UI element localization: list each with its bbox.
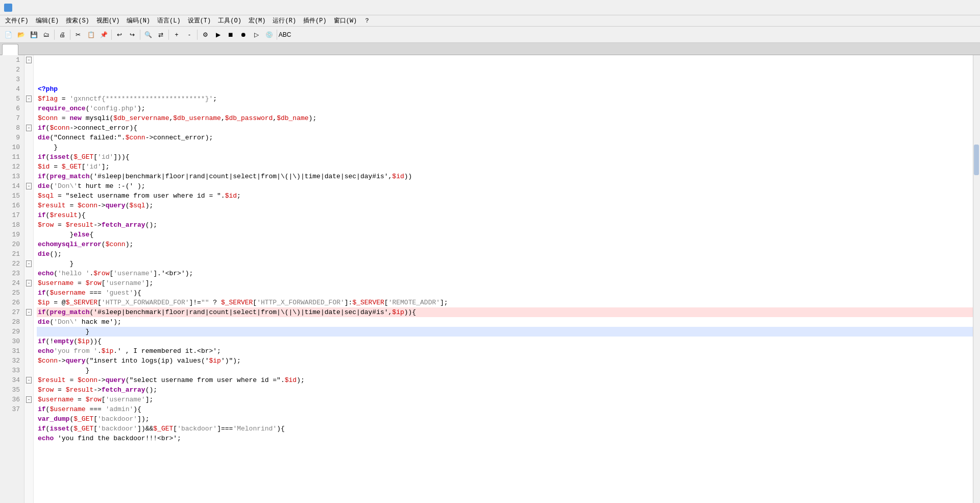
line-number: 5 bbox=[2, 94, 20, 104]
toolbar-copy-button[interactable]: 📋 bbox=[85, 29, 97, 41]
scrollbar-thumb[interactable] bbox=[974, 145, 979, 175]
fold-marker bbox=[24, 288, 33, 298]
line-number: 3 bbox=[2, 75, 20, 84]
menu-item[interactable]: 编辑(E) bbox=[33, 15, 62, 26]
code-line: if($username === 'admin'){ bbox=[37, 404, 973, 414]
line-number: 4 bbox=[2, 84, 20, 94]
code-line: die('Don\'t hurt me :-(' ); bbox=[37, 181, 973, 191]
menu-item[interactable]: 工具(O) bbox=[215, 15, 244, 26]
code-line: if($result){ bbox=[37, 210, 973, 220]
titlebar-left bbox=[4, 4, 15, 12]
menu-item[interactable]: 宏(M) bbox=[246, 15, 269, 26]
right-scrollbar[interactable] bbox=[973, 55, 980, 503]
menu-item[interactable]: 语言(L) bbox=[154, 15, 184, 26]
fold-marker bbox=[24, 239, 33, 249]
toolbar-undo-button[interactable]: ↩ bbox=[113, 29, 126, 41]
toolbar-print-button[interactable]: 🖨 bbox=[56, 29, 68, 41]
fold-marker[interactable]: - bbox=[24, 395, 33, 404]
line-number: 9 bbox=[2, 133, 20, 142]
line-number: 10 bbox=[2, 142, 20, 152]
fold-marker bbox=[24, 346, 33, 356]
toolbar-new-button[interactable]: 📄 bbox=[2, 29, 14, 41]
fold-marker bbox=[24, 65, 33, 75]
toolbar-zoom-in-button[interactable]: + bbox=[170, 29, 183, 41]
fold-marker bbox=[24, 385, 33, 395]
fold-marker[interactable]: - bbox=[24, 123, 33, 133]
line-number: 19 bbox=[2, 230, 20, 239]
line-number: 18 bbox=[2, 220, 20, 230]
toolbar-record-button[interactable]: ⏺ bbox=[237, 29, 250, 41]
editor-container: 1234567891011121314151617181920212223242… bbox=[0, 55, 980, 503]
fold-marker bbox=[24, 366, 33, 375]
code-line: require_once('config.php'); bbox=[37, 104, 973, 113]
fold-marker bbox=[24, 162, 33, 172]
fold-marker[interactable]: - bbox=[24, 307, 33, 317]
menu-item[interactable]: ？ bbox=[361, 15, 373, 26]
line-number: 20 bbox=[2, 239, 20, 249]
toolbar-stop-button[interactable]: ⏹ bbox=[225, 29, 237, 41]
fold-marker bbox=[24, 220, 33, 230]
menu-item[interactable]: 搜索(S) bbox=[63, 15, 92, 26]
menu-item[interactable]: 插件(P) bbox=[300, 15, 330, 26]
code-line: die('Don\' hack me'); bbox=[37, 317, 973, 327]
fold-marker[interactable]: - bbox=[24, 181, 33, 191]
menu-item[interactable]: 窗口(W) bbox=[331, 15, 360, 26]
maximize-button[interactable] bbox=[929, 0, 952, 15]
toolbar-run-button[interactable]: ▶ bbox=[212, 29, 224, 41]
line-number: 36 bbox=[2, 395, 20, 404]
fold-marker[interactable]: - bbox=[24, 55, 33, 65]
menu-item[interactable]: 运行(R) bbox=[270, 15, 299, 26]
fold-marker bbox=[24, 201, 33, 210]
code-area[interactable]: <?php $flag = 'gxnnctf{*****************… bbox=[34, 55, 973, 503]
fold-marker[interactable]: - bbox=[24, 375, 33, 385]
toolbar-spell-button[interactable]: ABC bbox=[279, 29, 291, 41]
fold-marker bbox=[24, 356, 33, 366]
code-line: $result = $conn->query("select username … bbox=[37, 375, 973, 385]
minimize-button[interactable] bbox=[905, 0, 929, 15]
code-line: $sql = "select username from user where … bbox=[37, 191, 973, 201]
fold-marker[interactable]: - bbox=[24, 259, 33, 269]
fold-marker bbox=[24, 210, 33, 220]
line-number: 31 bbox=[2, 346, 20, 356]
code-line: <?php bbox=[37, 84, 973, 94]
code-line: $username = $row['username']; bbox=[37, 395, 973, 404]
toolbar-sep-7 bbox=[277, 30, 277, 40]
toolbar-find-button[interactable]: 🔍 bbox=[142, 29, 154, 41]
line-number: 29 bbox=[2, 327, 20, 337]
line-number: 6 bbox=[2, 104, 20, 113]
toolbar-macro-button[interactable]: ⚙ bbox=[199, 29, 211, 41]
toolbar-sep-4 bbox=[140, 30, 140, 40]
code-line: $id = $_GET['id']; bbox=[37, 162, 973, 172]
line-number: 32 bbox=[2, 356, 20, 366]
line-number: 12 bbox=[2, 162, 20, 172]
toolbar-save-macro-button[interactable]: 💿 bbox=[263, 29, 275, 41]
code-line: if(preg_match('#sleep|benchmark|floor|ra… bbox=[37, 172, 973, 181]
menu-item[interactable]: 设置(T) bbox=[185, 15, 214, 26]
fold-marker[interactable]: - bbox=[24, 278, 33, 288]
app-icon bbox=[4, 4, 12, 12]
close-button[interactable] bbox=[952, 0, 976, 15]
code-line: if(preg_match('#sleep|benchmark|floor|ra… bbox=[37, 307, 973, 317]
code-line: } bbox=[37, 366, 973, 375]
code-line: $result = $conn->query($sql); bbox=[37, 201, 973, 210]
code-line: $conn->query("insert into logs(ip) value… bbox=[37, 356, 973, 366]
toolbar-paste-button[interactable]: 📌 bbox=[97, 29, 110, 41]
toolbar-cut-button[interactable]: ✂ bbox=[72, 29, 84, 41]
tab-index-php[interactable] bbox=[2, 44, 18, 55]
toolbar-play-button[interactable]: ▷ bbox=[250, 29, 262, 41]
fold-marker bbox=[24, 172, 33, 181]
menu-item[interactable]: 文件(F) bbox=[2, 15, 32, 26]
toolbar-replace-button[interactable]: ⇄ bbox=[155, 29, 167, 41]
toolbar-save-button[interactable]: 💾 bbox=[28, 29, 40, 41]
toolbar-open-button[interactable]: 📂 bbox=[15, 29, 27, 41]
toolbar-saveall-button[interactable]: 🗂 bbox=[40, 29, 53, 41]
line-number: 37 bbox=[2, 404, 20, 414]
menu-item[interactable]: 编码(N) bbox=[124, 15, 153, 26]
fold-marker bbox=[24, 249, 33, 259]
line-number: 11 bbox=[2, 152, 20, 162]
toolbar-redo-button[interactable]: ↪ bbox=[126, 29, 138, 41]
fold-marker[interactable]: - bbox=[24, 94, 33, 104]
menu-item[interactable]: 视图(V) bbox=[93, 15, 123, 26]
toolbar-zoom-out-button[interactable]: - bbox=[183, 29, 195, 41]
line-number: 23 bbox=[2, 269, 20, 278]
